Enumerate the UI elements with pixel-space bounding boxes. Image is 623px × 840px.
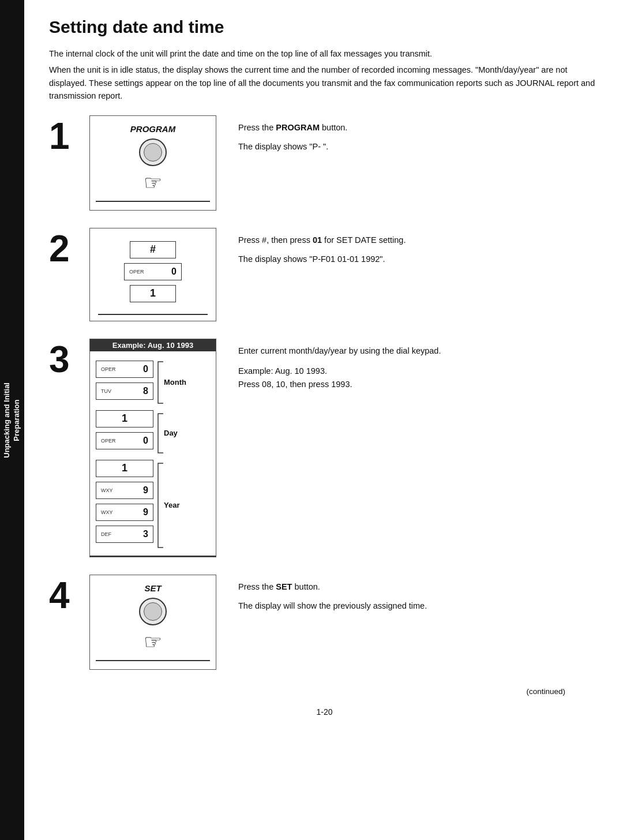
day-label: Day (164, 429, 178, 437)
bracket-labels-col: Month Day (156, 358, 186, 550)
sidebar: Unpacking and Initial Preparation (0, 0, 24, 840)
set-button (139, 598, 167, 625)
year-bracket-svg (156, 462, 164, 549)
sidebar-label: Unpacking and Initial Preparation (2, 382, 22, 458)
tuv-label: TUV (101, 388, 111, 394)
page-number: 1-20 (316, 707, 332, 717)
def-3-y4: 3 (143, 529, 148, 539)
step-2: 2 # OPER 0 1 Press #, then press 01 for … (49, 228, 600, 321)
year-key-4: DEF 3 (96, 526, 153, 543)
step-3-bottom-line (90, 556, 216, 557)
step-4-set-label: SET (144, 583, 161, 593)
day-key-1: 1 (96, 410, 153, 427)
program-button-inner (144, 143, 162, 162)
oper-label-m1: OPER (101, 366, 116, 372)
oper-label: OPER (129, 269, 144, 275)
set-press-hand-icon: ☞ (144, 630, 162, 654)
step-3-keys-area: OPER 0 TUV 8 1 OPER 0 (90, 355, 216, 553)
wxy-9-y2: 9 (143, 485, 148, 496)
year-key-2: WXY 9 (96, 482, 153, 499)
step-4-desc-line1: Press the SET button. (238, 580, 427, 594)
intro-para-2: When the unit is in idle status, the dis… (49, 63, 600, 102)
step-2-diagram: # OPER 0 1 (89, 228, 216, 321)
step-1-description: Press the PROGRAM button. The display sh… (238, 115, 347, 153)
step-4-description: Press the SET button. The display will s… (238, 575, 427, 613)
day-bracket-svg (156, 412, 164, 454)
step-1-number: 1 (49, 115, 89, 155)
page-title: Setting date and time (49, 17, 600, 37)
step-1-desc-line2: The display shows "P- ". (238, 140, 347, 153)
def-label-y4: DEF (101, 531, 111, 537)
year-bracket-group: Year (156, 461, 186, 550)
step-1-diagram: PROGRAM ☞ (89, 115, 216, 211)
step-3-desc-line2: Example: Aug. 10 1993. (238, 365, 441, 378)
step-4-bold: SET (276, 582, 292, 591)
month-key-1: OPER 0 (96, 361, 153, 378)
spacer-b2 (156, 455, 186, 461)
year-label: Year (164, 501, 179, 509)
step-1: 1 PROGRAM ☞ Press the PROGRAM button. Th… (49, 115, 600, 211)
step-2-bottom-line (98, 314, 208, 315)
wxy-label-y2: WXY (101, 487, 113, 493)
continued-text: (continued) (49, 687, 565, 696)
oper-label-d2: OPER (101, 438, 116, 444)
month-bracket-svg (156, 361, 164, 404)
oper-0-d2: 0 (143, 436, 148, 446)
year-key-3: WXY 9 (96, 504, 153, 521)
step-1-bottom-line (96, 201, 210, 202)
spacer-b1 (156, 406, 186, 411)
step-2-description: Press #, then press 01 for SET DATE sett… (238, 228, 406, 266)
steps-section: 1 PROGRAM ☞ Press the PROGRAM button. Th… (49, 115, 600, 670)
wxy-9-y3: 9 (143, 507, 148, 518)
step-4-diagram: SET ☞ (89, 575, 216, 670)
month-key-2: TUV 8 (96, 382, 153, 400)
step-2-bold: 01 (313, 235, 322, 245)
step-3-diagram: Example: Aug. 10 1993 OPER 0 TUV 8 (89, 339, 216, 557)
step-2-number: 2 (49, 228, 89, 267)
intro-section: The internal clock of the unit will prin… (49, 47, 600, 103)
step-3-desc-line3: Press 08, 10, then press 1993. (238, 378, 441, 391)
step-4-desc-line2: The display will show the previously ass… (238, 599, 427, 613)
oper-0-key: OPER 0 (124, 263, 182, 280)
oper-0-value: 0 (171, 267, 177, 277)
step-4-number: 4 (49, 575, 89, 614)
program-button (139, 138, 167, 166)
step-3-number: 3 (49, 339, 89, 378)
step-4: 4 SET ☞ Press the SET button. The displa… (49, 575, 600, 670)
intro-para-1: The internal clock of the unit will prin… (49, 47, 600, 60)
year-key-1: 1 (96, 460, 153, 477)
step-1-desc-line1: Press the PROGRAM button. (238, 121, 347, 134)
hash-key: # (130, 241, 176, 258)
step-3-example-banner: Example: Aug. 10 1993 (90, 339, 216, 351)
step-3-keys-col: OPER 0 TUV 8 1 OPER 0 (96, 358, 153, 545)
step-2-inner: # OPER 0 1 (98, 234, 208, 309)
month-bracket-group: Month (156, 359, 186, 406)
month-label: Month (164, 378, 186, 387)
one-key-step2: 1 (130, 285, 176, 302)
press-hand-icon: ☞ (144, 171, 162, 195)
page-footer: 1-20 (49, 707, 600, 728)
day-bracket-group: Day (156, 411, 186, 455)
step-3-description: Enter current month/day/year by using th… (238, 339, 441, 392)
wxy-label-y3: WXY (101, 509, 113, 515)
set-button-inner (144, 602, 162, 621)
step-4-bottom-line (96, 660, 210, 661)
step-2-desc-line1: Press #, then press 01 for SET DATE sett… (238, 234, 406, 247)
step-2-desc-line2: The display shows "P-F01 01-01 1992". (238, 253, 406, 266)
step-1-program-label: PROGRAM (130, 124, 175, 134)
tuv-8: 8 (143, 386, 148, 396)
step-3-desc-line1: Enter current month/day/year by using th… (238, 344, 441, 358)
main-content: Setting date and time The internal clock… (32, 0, 623, 745)
day-key-2: OPER 0 (96, 432, 153, 449)
step-3: 3 Example: Aug. 10 1993 OPER 0 TUV (49, 339, 600, 557)
oper-0-m1: 0 (143, 364, 148, 374)
step-1-desc-bold: PROGRAM (276, 123, 320, 132)
